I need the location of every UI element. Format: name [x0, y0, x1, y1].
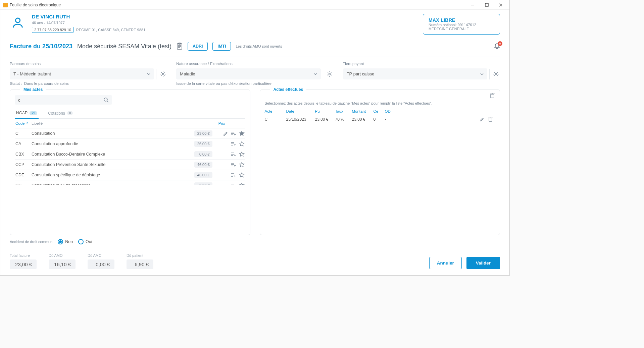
- selects-row: Parcours de soins T - Médecin traitant S…: [10, 62, 500, 85]
- acts-table-body[interactable]: CConsultation23,00 €CAConsultation appro…: [15, 128, 245, 185]
- edit-done-button[interactable]: [480, 117, 485, 122]
- ngap-count-badge: 29: [30, 111, 37, 115]
- act-libelle: Consultation suivi de grossesse: [32, 183, 194, 185]
- act-price: 0,00 €: [194, 182, 212, 185]
- accident-oui-radio[interactable]: Oui: [78, 239, 92, 244]
- patient-nss[interactable]: 2 77 07 63 220 829 10: [32, 27, 73, 33]
- patient-value: 6,90 €: [127, 259, 153, 269]
- act-libelle: Consultation spécifique de dépistage: [32, 173, 194, 177]
- act-price: 26,00 €: [194, 141, 212, 147]
- favorite-act-button[interactable]: [239, 172, 245, 178]
- doctor-national: Numéro national: 991147612: [429, 23, 494, 27]
- close-icon: [499, 3, 503, 7]
- patient-label: Dû patient: [127, 253, 153, 257]
- patient-id-row: 2 77 07 63 220 829 10 RÉGIME 01, CAISSE …: [32, 27, 145, 33]
- clipboard-icon[interactable]: [176, 43, 183, 50]
- patient-age-dob: 46 ans - 14/07/1977: [32, 21, 145, 25]
- nature-hint: Issue de la carte vitale ou pas d'éxonér…: [176, 81, 333, 85]
- cancel-button[interactable]: Annuler: [429, 257, 462, 269]
- doctor-box[interactable]: MAX LIBRE Numéro national: 991147612 MÉD…: [423, 14, 500, 35]
- tab-ngap[interactable]: NGAP 29: [15, 108, 39, 119]
- act-row[interactable]: CConsultation23,00 €: [15, 128, 245, 139]
- add-act-button[interactable]: [231, 162, 236, 167]
- done-qd: -: [385, 117, 475, 122]
- add-act-button[interactable]: [231, 183, 236, 185]
- done-act-row[interactable]: C25/10/202323,00 €70 %23,00 €0-: [265, 117, 495, 122]
- nature-settings-button[interactable]: [323, 69, 334, 79]
- accident-row: Accident de droit commun Non Oui: [10, 239, 500, 244]
- done-acts-body: C25/10/202323,00 €70 %23,00 €0-: [265, 117, 495, 122]
- done-acts-header: Acte Date Pu Taux Montant Ce QD: [265, 109, 495, 113]
- gear-icon: [493, 71, 499, 77]
- maximize-button[interactable]: [481, 1, 493, 9]
- add-act-button[interactable]: [231, 152, 236, 157]
- done-pu: 23,00 €: [315, 117, 331, 122]
- parcours-column: Parcours de soins T - Médecin traitant S…: [10, 62, 167, 85]
- invoice-mode: Mode sécurisé SESAM Vitale (test): [77, 43, 171, 50]
- parcours-select[interactable]: T - Médecin traitant: [10, 68, 154, 79]
- col-pu: Pu: [315, 109, 331, 113]
- add-act-button[interactable]: [231, 173, 236, 177]
- invoice-row: Facture du 25/10/2023 Mode sécurisé SESA…: [10, 42, 500, 57]
- search-icon: [103, 97, 109, 103]
- favorite-act-button[interactable]: [239, 152, 245, 157]
- radio-unchecked-icon: [78, 239, 84, 244]
- favorite-act-button[interactable]: [239, 183, 245, 185]
- act-row-actions: [216, 183, 245, 185]
- col-code-header[interactable]: Code: [15, 121, 32, 125]
- col-libelle-header[interactable]: Libellé: [32, 121, 208, 125]
- favorite-act-button[interactable]: [239, 162, 245, 168]
- acts-search-input[interactable]: [18, 98, 103, 103]
- done-acts-hint: Sélectionnez des actes depuis le tableau…: [265, 101, 495, 105]
- nature-column: Nature assurance / Exonérations Maladie …: [176, 62, 333, 85]
- act-row[interactable]: CAConsultation approfondie26,00 €: [15, 139, 245, 149]
- chevron-down-icon: [314, 73, 317, 75]
- act-row[interactable]: CDEConsultation spécifique de dépistage4…: [15, 170, 245, 180]
- tiers-select[interactable]: TP part caisse: [343, 68, 487, 79]
- act-row-actions: [216, 141, 245, 147]
- header-row: DE VINCI RUTH 46 ans - 14/07/1977 2 77 0…: [10, 14, 500, 35]
- add-act-button[interactable]: [231, 131, 236, 136]
- sort-asc-icon: [26, 122, 29, 125]
- chevron-down-icon: [480, 73, 484, 75]
- act-row[interactable]: CBXConsultation Bucco-Dentaire Complexe0…: [15, 149, 245, 160]
- adri-button[interactable]: ADRI: [188, 42, 208, 51]
- act-libelle: Consultation Prévention Santé Sexuelle: [32, 162, 194, 167]
- acts-search[interactable]: [15, 95, 112, 105]
- app-window: Feuille de soins électronique DE VINCI R…: [0, 0, 510, 276]
- col-qd: QD: [385, 109, 475, 113]
- nature-label: Nature assurance / Exonérations: [176, 62, 333, 66]
- doctor-name: MAX LIBRE: [429, 17, 494, 23]
- patient-info: DE VINCI RUTH 46 ans - 14/07/1977 2 77 0…: [32, 14, 145, 33]
- col-prix-header[interactable]: Prix: [208, 121, 245, 125]
- done-acte: C: [265, 117, 282, 122]
- alerts-button[interactable]: 0: [494, 43, 500, 50]
- app-title: Feuille de soins électronique: [10, 3, 61, 7]
- act-row[interactable]: CCPConsultation Prévention Santé Sexuell…: [15, 160, 245, 170]
- favorite-act-button[interactable]: [239, 131, 245, 136]
- tiers-settings-button[interactable]: [489, 69, 500, 79]
- parcours-settings-button[interactable]: [156, 69, 167, 79]
- invoice-title: Facture du 25/10/2023: [10, 43, 72, 50]
- add-act-button[interactable]: [231, 141, 236, 146]
- close-button[interactable]: [495, 1, 507, 9]
- gear-icon: [160, 71, 166, 77]
- edit-act-button[interactable]: [223, 131, 228, 136]
- done-taux: 70 %: [335, 117, 347, 122]
- amo-block: Dû AMO 16,10 €: [49, 253, 76, 269]
- tab-cotations[interactable]: Cotations 0: [47, 108, 74, 118]
- favorite-act-button[interactable]: [239, 141, 245, 147]
- patient-name: DE VINCI RUTH: [32, 14, 145, 19]
- act-row[interactable]: CGConsultation suivi de grossesse0,00 €: [15, 180, 245, 185]
- svg-rect-48: [489, 118, 492, 121]
- clear-all-button[interactable]: [490, 93, 495, 99]
- svg-point-13: [104, 98, 107, 101]
- act-price: 46,00 €: [194, 162, 212, 168]
- minimize-icon: [470, 3, 475, 7]
- delete-done-button[interactable]: [488, 117, 493, 122]
- imti-button[interactable]: IMTI: [212, 42, 231, 51]
- accident-non-radio[interactable]: Non: [58, 239, 73, 244]
- minimize-button[interactable]: [466, 1, 479, 9]
- validate-button[interactable]: Valider: [466, 257, 500, 269]
- nature-select[interactable]: Maladie: [176, 68, 320, 79]
